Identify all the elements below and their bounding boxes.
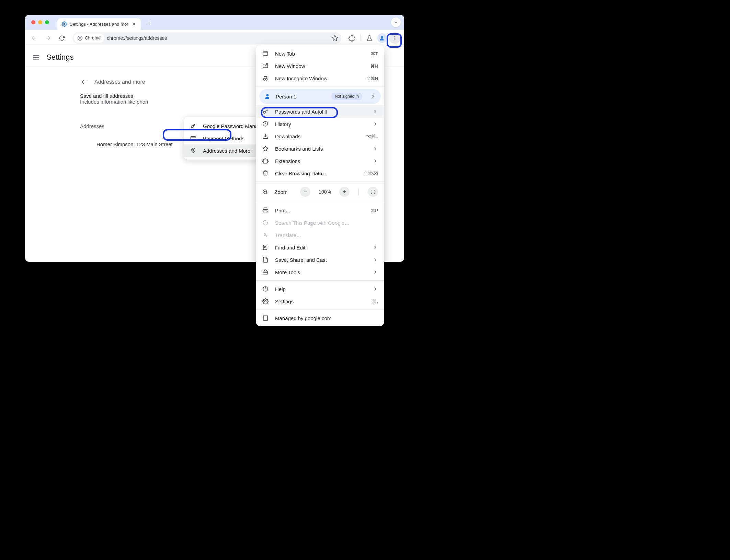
item-label: New Tab <box>275 51 295 57</box>
close-tab-icon[interactable]: ✕ <box>131 21 137 27</box>
history-icon <box>262 120 269 127</box>
svg-point-22 <box>193 149 194 151</box>
shortcut: ⇧⌘N <box>367 76 378 81</box>
svg-point-46 <box>265 301 266 302</box>
toolbox-icon <box>262 269 269 276</box>
building-icon <box>262 315 269 322</box>
menu-settings[interactable]: Settings ⌘, <box>256 295 384 307</box>
zoom-value: 100% <box>319 189 331 195</box>
menu-find-edit[interactable]: Find and Edit <box>256 241 384 254</box>
menu-downloads[interactable]: Downloads ⌥⌘L <box>256 130 384 142</box>
menu-print[interactable]: Print… ⌘P <box>256 204 384 217</box>
maximize-window-button[interactable] <box>45 20 49 24</box>
menu-new-incognito[interactable]: New Incognito Window ⇧⌘N <box>256 72 384 84</box>
svg-point-31 <box>263 111 265 113</box>
close-window-button[interactable] <box>31 20 35 24</box>
shortcut: ⌘N <box>370 63 378 69</box>
tab-strip: Settings - Addresses and mor ✕ <box>25 15 404 30</box>
reload-button[interactable] <box>56 32 68 44</box>
svg-rect-47 <box>263 316 267 320</box>
svg-point-11 <box>381 36 383 38</box>
zoom-icon <box>262 189 268 195</box>
fullscreen-button[interactable] <box>368 187 378 197</box>
svg-point-30 <box>266 94 269 96</box>
menu-clear-data[interactable]: Clear Browsing Data… ⇧⌘⌫ <box>256 167 384 179</box>
site-chip[interactable]: Chrome <box>74 34 104 43</box>
item-label: Payment Methods <box>203 136 244 141</box>
site-chip-label: Chrome <box>85 35 101 40</box>
back-arrow-icon[interactable] <box>80 78 88 86</box>
svg-point-14 <box>395 39 396 40</box>
menu-extensions[interactable]: Extensions <box>256 155 384 167</box>
zoom-in-button[interactable]: + <box>339 187 350 197</box>
zoom-label: Zoom <box>274 189 287 195</box>
shortcut: ⌘T <box>371 51 378 56</box>
download-icon <box>262 133 269 140</box>
new-tab-button[interactable] <box>144 18 154 28</box>
item-label: Bookmarks and Lists <box>275 146 323 152</box>
location-icon <box>190 147 197 154</box>
menu-managed[interactable]: Managed by google.com <box>256 312 384 324</box>
menu-bookmarks[interactable]: Bookmarks and Lists <box>256 142 384 155</box>
forward-button[interactable] <box>42 32 54 44</box>
find-icon <box>262 244 269 251</box>
page-title: Settings <box>46 53 74 62</box>
translate-icon <box>262 232 269 238</box>
item-label: Downloads <box>275 133 300 139</box>
tab-icon <box>262 50 269 57</box>
shortcut: ⌘, <box>372 299 378 304</box>
shortcut: ⌘P <box>370 208 378 213</box>
labs-icon[interactable] <box>364 32 375 44</box>
menu-passwords-autofill[interactable]: Passwords and Autofill <box>256 105 384 118</box>
menu-save-share-cast[interactable]: Save, Share, and Cast <box>256 254 384 266</box>
hamburger-icon[interactable] <box>32 53 40 61</box>
svg-rect-39 <box>263 245 267 250</box>
menu-help[interactable]: Help <box>256 283 384 295</box>
svg-rect-38 <box>264 211 267 213</box>
svg-point-12 <box>395 36 396 37</box>
gear-icon <box>262 298 269 305</box>
item-label: Addresses and More <box>203 148 250 154</box>
svg-line-9 <box>81 38 82 39</box>
item-label: Find and Edit <box>275 245 305 250</box>
item-label: History <box>275 121 291 127</box>
menu-profile-row[interactable]: Person 1 Not signed in <box>259 89 381 104</box>
svg-line-35 <box>266 193 267 194</box>
section-title: Addresses and more <box>94 79 145 85</box>
window-icon <box>262 62 269 69</box>
chevron-right-icon <box>373 121 378 127</box>
profile-avatar[interactable] <box>377 33 387 43</box>
google-icon <box>262 219 269 226</box>
kebab-menu-button[interactable] <box>389 32 401 44</box>
chevron-right-icon <box>373 286 378 292</box>
item-label: Search This Page with Google… <box>275 220 350 226</box>
svg-rect-23 <box>263 52 268 56</box>
person-icon <box>264 93 271 100</box>
menu-new-window[interactable]: New Window ⌘N <box>256 60 384 72</box>
profile-name: Person 1 <box>276 94 296 100</box>
address-bar[interactable]: Chrome chrome://settings/addresses <box>72 32 341 44</box>
svg-marker-33 <box>263 146 268 151</box>
minimize-window-button[interactable] <box>38 20 42 24</box>
browser-tab[interactable]: Settings - Addresses and mor ✕ <box>57 18 141 30</box>
menu-new-tab[interactable]: New Tab ⌘T <box>256 47 384 60</box>
svg-rect-20 <box>191 137 196 140</box>
svg-point-27 <box>264 79 265 81</box>
menu-history[interactable]: History <box>256 118 384 130</box>
tab-search-button[interactable] <box>391 18 401 27</box>
item-label: New Incognito Window <box>275 75 328 81</box>
chevron-right-icon <box>373 109 378 114</box>
extensions-icon[interactable] <box>346 32 358 44</box>
back-button[interactable] <box>28 32 40 44</box>
bookmark-star-icon[interactable] <box>330 35 340 42</box>
printer-icon <box>262 207 269 214</box>
zoom-out-button[interactable]: − <box>300 187 310 197</box>
svg-marker-10 <box>332 35 338 40</box>
menu-search-page: Search This Page with Google… <box>256 217 384 229</box>
item-label: Help <box>275 286 286 292</box>
svg-point-13 <box>395 37 396 38</box>
chevron-right-icon <box>373 269 378 275</box>
svg-line-41 <box>266 248 266 248</box>
menu-more-tools[interactable]: More Tools <box>256 266 384 278</box>
svg-point-0 <box>64 23 65 25</box>
